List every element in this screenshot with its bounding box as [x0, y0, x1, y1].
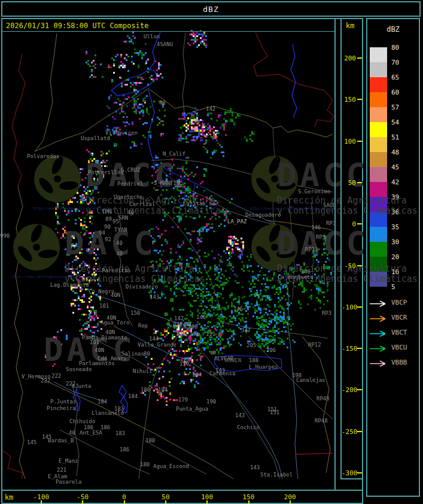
map-place-label: Potrerillos [88, 170, 124, 175]
map-place-label: Desaguadero [245, 212, 281, 218]
right-axis-label: 200 [342, 55, 356, 62]
map-place-label: 205 [247, 343, 256, 348]
map-place-label: TYAN [114, 227, 127, 233]
map-place-label: Cochico [237, 425, 260, 430]
map-place-label: 40 [159, 101, 166, 106]
map-place-label: P.Juntas [50, 399, 76, 405]
map-place-label: 145 [27, 440, 36, 445]
map-place-label: Agua_Toro [101, 320, 130, 326]
map-place-label: 90 [104, 224, 111, 230]
map-place-label: 222 [41, 378, 50, 384]
map-place-label: 142 [174, 316, 184, 321]
map-place-label: 188 [249, 358, 258, 363]
map-place-label: 94 [99, 230, 105, 236]
map-place-label: 4Junta [72, 384, 92, 389]
map-place-label: 4SANU [157, 42, 173, 47]
map-place-label: 143 [189, 332, 199, 337]
map-place-label: E_Manz [59, 459, 78, 464]
right-axis-tick [357, 182, 362, 183]
map-place-label: 222 [51, 374, 61, 379]
map-place-label: 146 [196, 315, 206, 320]
map-place-label: 40 [116, 241, 123, 246]
map-place-label: 40N [111, 293, 120, 298]
right-axis-label: -200 [342, 387, 356, 393]
map-place-label: 146 [189, 118, 199, 123]
map-place-label: LA_PAZ [227, 219, 247, 224]
map-place-label: 206 [266, 348, 276, 353]
map-place-label: Ullun [144, 34, 160, 40]
map-place-label: Lag.Diamante [50, 283, 89, 288]
map-place-label: 184 [158, 387, 168, 393]
map-place-label: S_MARTIN [154, 181, 179, 186]
map-place-label: Catitas [183, 201, 206, 207]
bottom-axis-label: 50 [154, 494, 178, 500]
right-axis-tick [357, 431, 362, 432]
map-place-label: 150 [130, 311, 140, 316]
right-axis-label: -150 [342, 345, 356, 352]
bottom-axis-tick [41, 500, 42, 504]
bottom-axis-tick [248, 500, 249, 504]
map-place-label: 144 [149, 336, 159, 342]
map-place-label: Llancanelo [92, 411, 124, 416]
map-place-label: 143 [250, 465, 260, 470]
map-place-label: RP3 [316, 235, 325, 240]
map-place-label: Chihuido [69, 419, 95, 424]
map-place-label: 101 [99, 303, 109, 309]
map-place-label: 221 [57, 467, 66, 473]
right-axis-label: 50 [342, 180, 356, 186]
map-place-label: 151 [270, 410, 279, 415]
right-axis-tick [357, 472, 362, 473]
map-place-label: 40 [116, 251, 123, 257]
map-place-label: 92 [105, 237, 111, 242]
map-place-label: 183 [115, 431, 125, 436]
map-place-label: 146 [233, 306, 243, 312]
map-place-label: 89 [105, 217, 112, 222]
bottom-axis-top-border [1, 490, 363, 491]
map-place-label: 146 [188, 324, 197, 330]
map-place-label: BOWEN [225, 358, 241, 363]
map-place-label: Nihuil [133, 369, 153, 374]
map-place-label: Polvaredas [27, 154, 59, 159]
map-right-border [334, 18, 336, 490]
map-place-label: 143 [176, 331, 185, 336]
map-place-label: G.CRUZ [121, 168, 141, 173]
map-place-label: 184 [128, 394, 138, 399]
right-axis-label: -250 [342, 429, 356, 435]
map-place-label: 179 [178, 397, 188, 403]
bottom-axis-label: -100 [29, 494, 53, 500]
map-place-label: Pareditas [102, 268, 131, 274]
map-place-label: Pampa_Diamante [82, 335, 127, 341]
map-place-label: 111 [206, 332, 215, 337]
map-place-label: Parlamentos [79, 361, 115, 366]
bottom-axis-label: 100 [195, 494, 219, 500]
right-axis-label: 150 [342, 96, 356, 103]
map-place-label: Canalejas [296, 378, 325, 383]
right-axis-tick [357, 141, 362, 142]
map-place-label: 179 [179, 362, 189, 367]
map-place-label: S.Geronimo [298, 189, 330, 195]
bottom-axis-tick [165, 500, 166, 504]
right-axis-label: 100 [342, 138, 356, 145]
bottom-axis-tick [290, 500, 291, 504]
map-place-label: Pasarela [56, 479, 81, 485]
right-axis-unit: km [346, 22, 354, 30]
right-axis-tick [357, 57, 362, 59]
right-axis-tick [357, 306, 362, 308]
bottom-axis-label: 150 [237, 494, 261, 500]
map-place-label: Divisadero [126, 284, 158, 290]
map-place-label: 180 [140, 462, 150, 467]
map-place-label: Sosneado [66, 367, 92, 372]
map-place-label: Carmensa [209, 371, 235, 377]
map-place-label: 180 [145, 438, 155, 444]
map-place-label: 142 [206, 107, 215, 112]
map-place-label: RP48 [317, 396, 330, 402]
axis-strip-bottom-border [340, 478, 363, 479]
map-place-label: 190 [206, 399, 216, 405]
map-place-label: RP48 [315, 418, 328, 424]
map-place-label: Agua_Escond [153, 464, 189, 469]
map-place-label: RP3 [322, 311, 331, 316]
map-place-label: RP12 [308, 342, 321, 348]
right-axis-label: -50 [342, 263, 356, 269]
radar-echo-canvas [1, 18, 334, 490]
map-place-label: RP11 [305, 247, 318, 253]
